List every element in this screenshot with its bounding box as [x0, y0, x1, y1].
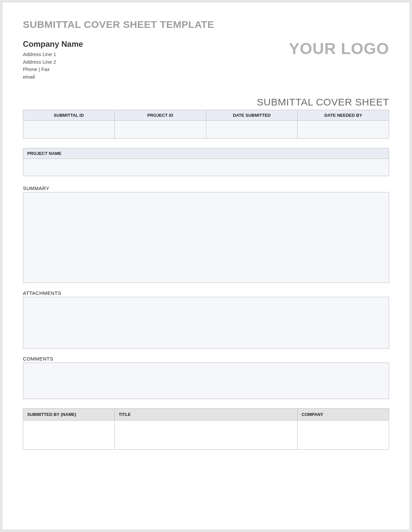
company-name: Company Name: [23, 39, 83, 49]
ids-value-date-needed[interactable]: [298, 121, 389, 139]
form-title: SUBMITTAL COVER SHEET: [23, 97, 389, 108]
company-phone-fax: Phone | Fax: [23, 66, 83, 73]
ids-header-project-id: PROJECT ID: [114, 110, 206, 121]
company-email: email: [23, 73, 83, 81]
attachments-label: ATTACHMENTS: [23, 290, 389, 296]
project-name-table: PROJECT NAME: [23, 148, 389, 176]
ids-value-date-submitted[interactable]: [206, 121, 298, 139]
logo-placeholder: YOUR LOGO: [289, 39, 389, 58]
company-block: Company Name Address Line 1 Address Line…: [23, 39, 83, 81]
page-container: SUBMITTAL COVER SHEET TEMPLATE Company N…: [2, 2, 410, 530]
header-row: Company Name Address Line 1 Address Line…: [23, 39, 389, 81]
footer-value-company[interactable]: [298, 421, 389, 450]
template-title: SUBMITTAL COVER SHEET TEMPLATE: [23, 19, 389, 30]
footer-header-submitted-by: SUBMITTED BY (NAME): [23, 409, 115, 421]
company-address-1: Address Line 1: [23, 51, 83, 58]
footer-header-title: TITLE: [114, 409, 298, 421]
company-address-2: Address Line 2: [23, 58, 83, 66]
summary-label: SUMMARY: [23, 185, 389, 191]
footer-header-company: COMPANY: [298, 409, 389, 421]
project-name-label: PROJECT NAME: [23, 148, 389, 159]
ids-header-submittal-id: SUBMITTAL ID: [23, 110, 115, 121]
summary-field[interactable]: [23, 192, 389, 283]
footer-value-submitted-by[interactable]: [23, 421, 115, 450]
ids-header-date-needed: DATE NEEDED BY: [298, 110, 389, 121]
ids-value-project-id[interactable]: [114, 121, 206, 139]
footer-table: SUBMITTED BY (NAME) TITLE COMPANY: [23, 408, 389, 450]
ids-header-date-submitted: DATE SUBMITTED: [206, 110, 298, 121]
comments-field[interactable]: [23, 363, 389, 399]
ids-table: SUBMITTAL ID PROJECT ID DATE SUBMITTED D…: [23, 110, 389, 139]
comments-label: COMMENTS: [23, 356, 389, 362]
footer-value-title[interactable]: [114, 421, 298, 450]
ids-value-submittal-id[interactable]: [23, 121, 115, 139]
attachments-field[interactable]: [23, 297, 389, 349]
project-name-value[interactable]: [23, 159, 389, 176]
